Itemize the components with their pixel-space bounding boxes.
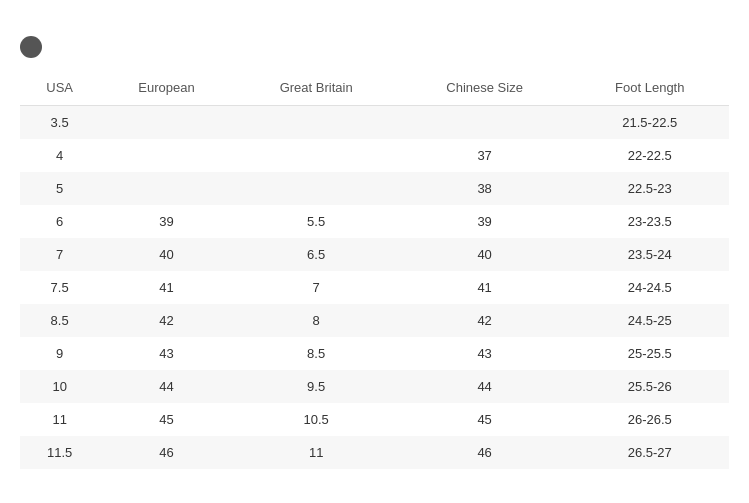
- cell-european: 45: [99, 403, 233, 436]
- table-row: 7406.54023.5-24: [20, 238, 729, 271]
- cell-great_britain: 10.5: [234, 403, 399, 436]
- cell-usa: 8.5: [20, 304, 99, 337]
- cell-chinese_size: 41: [399, 271, 571, 304]
- table-row: 10449.54425.5-26: [20, 370, 729, 403]
- cell-foot_length: 25-25.5: [571, 337, 729, 370]
- cell-chinese_size: [399, 106, 571, 140]
- cell-chinese_size: 42: [399, 304, 571, 337]
- table-row: 3.521.5-22.5: [20, 106, 729, 140]
- cell-chinese_size: 45: [399, 403, 571, 436]
- table-row: 9438.54325-25.5: [20, 337, 729, 370]
- cell-great_britain: 6.5: [234, 238, 399, 271]
- cell-chinese_size: 46: [399, 436, 571, 469]
- table-row: 43722-22.5: [20, 139, 729, 172]
- cell-usa: 11: [20, 403, 99, 436]
- cell-great_britain: 9.5: [234, 370, 399, 403]
- cell-great_britain: [234, 106, 399, 140]
- cell-usa: 7.5: [20, 271, 99, 304]
- cell-european: 46: [99, 436, 233, 469]
- cell-great_britain: 8.5: [234, 337, 399, 370]
- cell-chinese_size: 43: [399, 337, 571, 370]
- cell-great_britain: [234, 172, 399, 205]
- size-chart-table: USA European Great Britain Chinese Size …: [20, 70, 729, 469]
- cell-usa: 11.5: [20, 436, 99, 469]
- cell-foot_length: 26.5-27: [571, 436, 729, 469]
- cell-chinese_size: 38: [399, 172, 571, 205]
- cell-foot_length: 25.5-26: [571, 370, 729, 403]
- table-row: 8.54284224.5-25: [20, 304, 729, 337]
- cell-european: 39: [99, 205, 233, 238]
- cell-european: 40: [99, 238, 233, 271]
- cell-usa: 9: [20, 337, 99, 370]
- cell-foot_length: 24-24.5: [571, 271, 729, 304]
- table-row: 114510.54526-26.5: [20, 403, 729, 436]
- col-header-foot-length: Foot Length: [571, 70, 729, 106]
- cell-foot_length: 22-22.5: [571, 139, 729, 172]
- cell-foot_length: 24.5-25: [571, 304, 729, 337]
- cell-chinese_size: 37: [399, 139, 571, 172]
- step-badge: [20, 36, 42, 58]
- cell-foot_length: 21.5-22.5: [571, 106, 729, 140]
- cell-great_britain: [234, 139, 399, 172]
- cell-european: 41: [99, 271, 233, 304]
- table-row: 6395.53923-23.5: [20, 205, 729, 238]
- cell-european: 44: [99, 370, 233, 403]
- cell-chinese_size: 39: [399, 205, 571, 238]
- col-header-great-britain: Great Britain: [234, 70, 399, 106]
- cell-european: [99, 172, 233, 205]
- cell-foot_length: 26-26.5: [571, 403, 729, 436]
- cell-usa: 5: [20, 172, 99, 205]
- cell-usa: 6: [20, 205, 99, 238]
- cell-chinese_size: 40: [399, 238, 571, 271]
- col-header-european: European: [99, 70, 233, 106]
- cell-european: [99, 139, 233, 172]
- table-header-row: USA European Great Britain Chinese Size …: [20, 70, 729, 106]
- section-header: [20, 36, 729, 58]
- table-row: 53822.5-23: [20, 172, 729, 205]
- cell-foot_length: 23-23.5: [571, 205, 729, 238]
- cell-usa: 7: [20, 238, 99, 271]
- cell-european: 43: [99, 337, 233, 370]
- col-header-chinese-size: Chinese Size: [399, 70, 571, 106]
- table-row: 7.54174124-24.5: [20, 271, 729, 304]
- col-header-usa: USA: [20, 70, 99, 106]
- cell-european: 42: [99, 304, 233, 337]
- table-row: 11.546114626.5-27: [20, 436, 729, 469]
- cell-usa: 10: [20, 370, 99, 403]
- cell-great_britain: 5.5: [234, 205, 399, 238]
- cell-usa: 4: [20, 139, 99, 172]
- cell-usa: 3.5: [20, 106, 99, 140]
- cell-european: [99, 106, 233, 140]
- cell-foot_length: 23.5-24: [571, 238, 729, 271]
- cell-great_britain: 8: [234, 304, 399, 337]
- cell-great_britain: 7: [234, 271, 399, 304]
- cell-foot_length: 22.5-23: [571, 172, 729, 205]
- cell-chinese_size: 44: [399, 370, 571, 403]
- cell-great_britain: 11: [234, 436, 399, 469]
